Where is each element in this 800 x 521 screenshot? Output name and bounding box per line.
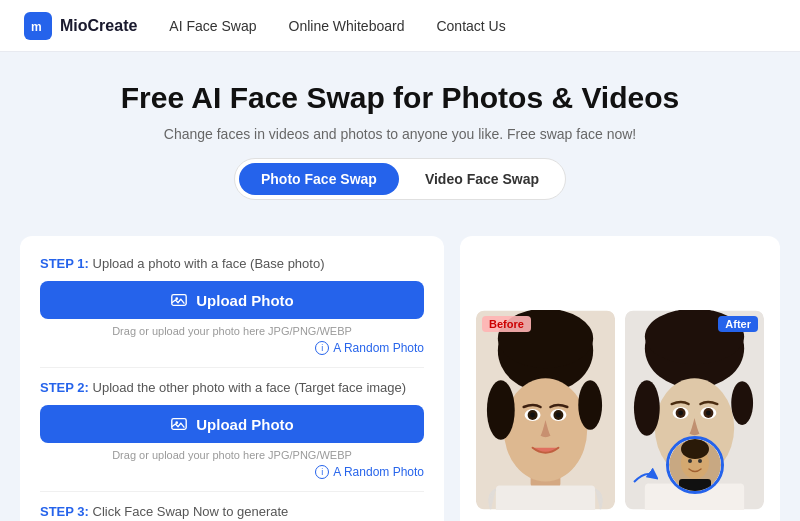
svg-point-23 — [731, 381, 753, 425]
tab-video-face-swap[interactable]: Video Face Swap — [403, 163, 561, 195]
after-image-container: After — [625, 310, 764, 514]
random-photo-link-2[interactable]: i A Random Photo — [40, 465, 424, 479]
step-divider-1 — [40, 367, 424, 368]
navbar: m MioCreate AI Face Swap Online Whiteboa… — [0, 0, 800, 52]
steps-panel: STEP 1: Upload a photo with a face (Base… — [20, 236, 444, 521]
step1-number: STEP 1: — [40, 256, 89, 271]
svg-point-17 — [556, 412, 561, 417]
preview-images: Before — [476, 310, 764, 514]
upload-photo-label-1: Upload Photo — [196, 292, 294, 309]
step2-description: Upload the other photo with a face (Targ… — [93, 380, 407, 395]
nav-link-face-swap[interactable]: AI Face Swap — [169, 18, 256, 34]
swap-circle-overlay — [666, 436, 724, 494]
step2-number: STEP 2: — [40, 380, 89, 395]
mode-tabs: Photo Face Swap Video Face Swap — [234, 158, 566, 200]
hero-section: Free AI Face Swap for Photos & Videos Ch… — [0, 52, 800, 236]
step2-label: STEP 2: Upload the other photo with a fa… — [40, 380, 424, 395]
step1-description: Upload a photo with a face (Base photo) — [93, 256, 325, 271]
logo[interactable]: m MioCreate — [24, 12, 137, 40]
before-image-container: Before — [476, 310, 615, 514]
upload-photo-button-1[interactable]: Upload Photo — [40, 281, 424, 319]
upload-hint-2: Drag or upload your photo here JPG/PNG/W… — [40, 449, 424, 461]
svg-text:m: m — [31, 20, 42, 34]
svg-point-28 — [678, 410, 683, 415]
random-link-label-1: A Random Photo — [333, 341, 424, 355]
nav-link-contact[interactable]: Contact Us — [436, 18, 505, 34]
hero-subtitle: Change faces in videos and photos to any… — [20, 126, 780, 142]
svg-point-31 — [706, 410, 711, 415]
tab-photo-face-swap[interactable]: Photo Face Swap — [239, 163, 399, 195]
nav-links: AI Face Swap Online Whiteboard Contact U… — [169, 17, 505, 35]
main-content: STEP 1: Upload a photo with a face (Base… — [0, 236, 800, 521]
random-photo-link-1[interactable]: i A Random Photo — [40, 341, 424, 355]
svg-rect-38 — [679, 479, 711, 491]
logo-name: MioCreate — [60, 17, 137, 35]
svg-point-35 — [688, 459, 692, 463]
step1-label: STEP 1: Upload a photo with a face (Base… — [40, 256, 424, 271]
svg-point-37 — [681, 439, 709, 459]
step-divider-2 — [40, 491, 424, 492]
nav-link-whiteboard[interactable]: Online Whiteboard — [289, 18, 405, 34]
info-icon-2: i — [315, 465, 329, 479]
svg-rect-18 — [496, 485, 595, 510]
random-link-label-2: A Random Photo — [333, 465, 424, 479]
svg-point-22 — [634, 380, 660, 436]
step3-number: STEP 3: — [40, 504, 89, 519]
upload-icon-1 — [170, 291, 188, 309]
preview-panel: Before — [460, 236, 780, 521]
svg-point-11 — [578, 380, 602, 430]
swap-face-thumb — [669, 439, 721, 491]
page-title: Free AI Face Swap for Photos & Videos — [20, 80, 780, 116]
upload-icon-2 — [170, 415, 188, 433]
before-face-image — [476, 310, 615, 510]
logo-icon: m — [24, 12, 52, 40]
svg-point-10 — [487, 380, 515, 440]
svg-point-36 — [698, 459, 702, 463]
svg-point-14 — [530, 412, 535, 417]
info-icon-1: i — [315, 341, 329, 355]
upload-photo-label-2: Upload Photo — [196, 416, 294, 433]
upload-photo-button-2[interactable]: Upload Photo — [40, 405, 424, 443]
swap-arrow-icon — [630, 462, 658, 486]
step3-description: Click Face Swap Now to generate — [93, 504, 289, 519]
upload-hint-1: Drag or upload your photo here JPG/PNG/W… — [40, 325, 424, 337]
step3-label: STEP 3: Click Face Swap Now to generate — [40, 504, 424, 519]
after-badge: After — [718, 316, 758, 332]
swap-arrow-area — [630, 462, 658, 486]
before-badge: Before — [482, 316, 531, 332]
